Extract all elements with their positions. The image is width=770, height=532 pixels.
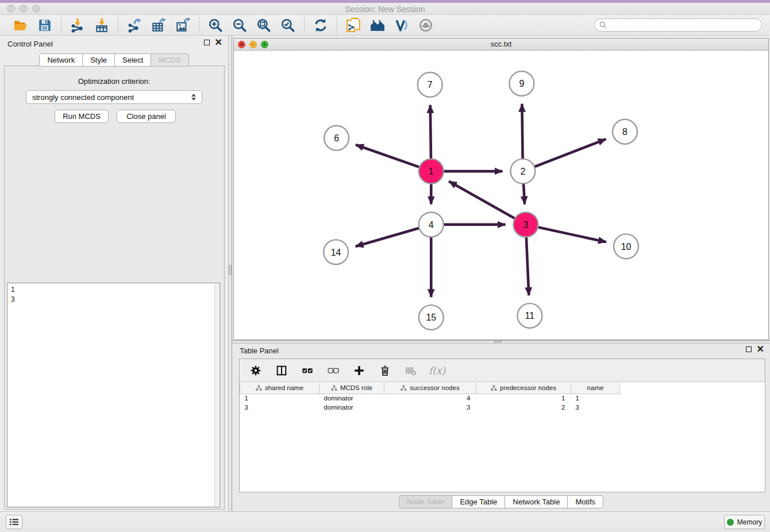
table-panel-title: Table Panel	[240, 346, 279, 355]
export-network-button[interactable]	[126, 17, 143, 33]
eye-hidden-icon	[418, 18, 433, 33]
show-columns-button[interactable]	[274, 363, 290, 379]
graph-node[interactable]: 10	[614, 234, 638, 259]
graph-node[interactable]: 15	[419, 305, 444, 330]
splitter-handle[interactable]	[229, 265, 232, 275]
close-panel-icon[interactable]: ✕	[215, 40, 222, 45]
tab-mcds[interactable]: MCDS	[151, 53, 188, 67]
float-panel-icon[interactable]	[746, 346, 752, 352]
control-panel: Control Panel ✕ NetworkStyleSelectMCDS O…	[0, 36, 228, 511]
close-panel-button[interactable]: Close panel	[117, 110, 176, 123]
zoom-out-button[interactable]	[232, 17, 248, 33]
vertical-splitter[interactable]	[228, 36, 232, 511]
run-mcds-button[interactable]: Run MCDS	[55, 110, 109, 123]
result-line: 1	[11, 285, 214, 295]
ndex-button[interactable]	[394, 17, 410, 33]
search-input[interactable]	[610, 21, 757, 29]
result-line: 3	[11, 295, 214, 304]
graph-node-label: 10	[621, 242, 632, 252]
table-header-row: shared name MCDS role successor nodes pr…	[240, 383, 620, 394]
namespace-icon	[256, 385, 262, 391]
memory-label: Memory	[737, 518, 762, 526]
column-header[interactable]: predecessor nodes	[476, 383, 571, 394]
graph-node-label: 1	[429, 167, 434, 176]
function-builder-button-disabled: f(x)	[429, 365, 445, 376]
hide-panels-button[interactable]	[418, 17, 434, 33]
criterion-dropdown[interactable]: strongly connected component	[26, 90, 202, 104]
task-list-icon	[9, 518, 19, 526]
close-panel-icon[interactable]: ✕	[757, 346, 764, 352]
folder-open-icon	[13, 18, 28, 33]
open-session-button[interactable]	[13, 17, 29, 33]
zoom-selected-button[interactable]	[280, 17, 296, 33]
tab-style[interactable]: Style	[83, 53, 115, 67]
tab-network[interactable]: Network	[39, 53, 83, 67]
tab-network-table[interactable]: Network Table	[505, 495, 568, 508]
search-box[interactable]	[594, 18, 762, 32]
mcds-result-text[interactable]: 1 3	[11, 285, 214, 505]
save-session-button[interactable]	[37, 17, 53, 33]
graph-node[interactable]: 8	[613, 119, 637, 144]
table-export-icon	[151, 18, 166, 33]
table-settings-button[interactable]	[248, 363, 264, 379]
gear-icon	[249, 364, 262, 377]
graph-node-label: 14	[331, 248, 341, 257]
status-bar: Memory	[0, 511, 770, 532]
task-history-button[interactable]	[6, 515, 22, 529]
export-image-button[interactable]	[175, 17, 191, 33]
graph-node[interactable]: 7	[418, 72, 442, 97]
import-table-button[interactable]	[94, 17, 110, 33]
graph-edge[interactable]	[449, 181, 525, 223]
graph-node-label: 6	[334, 133, 339, 143]
memory-button[interactable]: Memory	[724, 515, 765, 529]
graph-node[interactable]: 1	[419, 159, 444, 184]
export-table-button[interactable]	[151, 17, 167, 33]
table-row[interactable]: 1dominator411	[240, 394, 620, 403]
select-all-button[interactable]	[299, 363, 315, 379]
float-panel-icon[interactable]	[204, 40, 210, 45]
graph-node[interactable]: 11	[517, 303, 542, 328]
tab-node-table[interactable]: Node Table	[399, 495, 453, 508]
network-canvas[interactable]: 1234678910111415	[234, 51, 768, 340]
zoom-fit-button[interactable]	[256, 17, 272, 33]
table-row[interactable]: 3dominator323	[240, 403, 620, 412]
graph-node[interactable]: 2	[510, 159, 535, 184]
tab-motifs[interactable]: Motifs	[568, 495, 603, 508]
import-network-button[interactable]	[70, 17, 86, 33]
graph-edge[interactable]	[524, 139, 606, 171]
apply-layout-button[interactable]	[313, 17, 329, 33]
graph-node[interactable]: 14	[324, 240, 348, 264]
network-window-titlebar[interactable]: ✕ − + scc.txt	[234, 38, 768, 51]
graph-edge[interactable]	[527, 225, 606, 242]
graph-node[interactable]: 6	[324, 126, 349, 151]
checkboxes-checked-icon	[301, 364, 314, 377]
splitter-handle[interactable]	[494, 341, 502, 343]
unselect-all-button[interactable]	[325, 363, 341, 379]
graph-node[interactable]: 4	[419, 212, 444, 237]
add-column-button[interactable]	[351, 363, 367, 379]
namespace-icon	[401, 385, 407, 391]
column-header[interactable]: MCDS role	[319, 383, 384, 394]
window-title: Session: New Session	[0, 5, 770, 14]
zoom-in-button[interactable]	[207, 17, 224, 33]
zoom-out-icon	[232, 18, 247, 33]
window-titlebar: Session: New Session	[0, 3, 770, 15]
tab-edge-table[interactable]: Edge Table	[452, 495, 505, 508]
column-header[interactable]: name	[571, 383, 620, 394]
graph-node-label: 3	[523, 220, 528, 230]
clone-network-button[interactable]	[345, 17, 361, 33]
documents-share-icon	[346, 18, 361, 33]
graph-node[interactable]: 9	[509, 71, 534, 96]
column-header[interactable]: successor nodes	[384, 383, 476, 394]
result-scrollbar[interactable]	[214, 284, 219, 506]
graph-svg: 1234678910111415	[234, 51, 768, 340]
application-window: Session: New Session	[0, 0, 770, 532]
tab-select[interactable]: Select	[115, 53, 151, 67]
column-header[interactable]: shared name	[240, 383, 319, 394]
node-table-frame: f(x) shared name MCDS role successor nod…	[239, 358, 765, 492]
graph-node[interactable]: 3	[513, 212, 538, 237]
home-button[interactable]	[369, 17, 386, 33]
delete-column-button[interactable]	[377, 363, 393, 379]
table-panel: Table Panel ✕ f(x) shared	[232, 344, 770, 511]
graph-node-label: 4	[429, 220, 434, 230]
